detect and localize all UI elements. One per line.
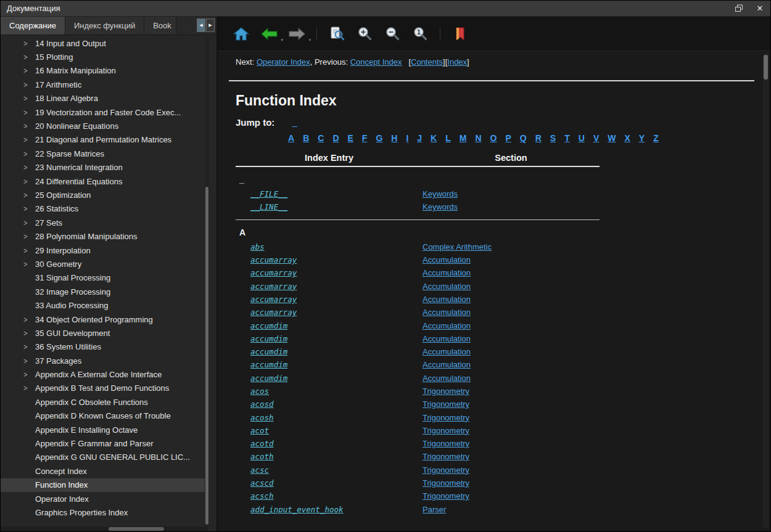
chevron-right-icon[interactable]: > (23, 39, 35, 47)
jump-letter-S[interactable]: S (550, 133, 556, 143)
jump-letter-M[interactable]: M (460, 133, 467, 143)
jump-letter-Q[interactable]: Q (520, 133, 527, 143)
section-link[interactable]: Accumulation (423, 374, 471, 383)
function-link[interactable]: acscd (250, 478, 274, 488)
tree-item[interactable]: >36 System Utilities (1, 340, 205, 354)
chevron-right-icon[interactable]: > (23, 247, 35, 255)
section-link[interactable]: Accumulation (423, 334, 471, 343)
document-vertical-scrollbar-thumb[interactable] (764, 55, 768, 80)
chevron-right-icon[interactable]: > (23, 205, 35, 213)
chevron-right-icon[interactable]: > (23, 163, 35, 171)
chevron-right-icon[interactable]: > (23, 136, 35, 144)
jump-letter-I[interactable]: I (406, 133, 408, 143)
chevron-right-icon[interactable]: > (23, 178, 35, 186)
section-link[interactable]: Trigonometry (423, 426, 469, 435)
tree-item[interactable]: >Appendix A External Code Interface (1, 367, 205, 381)
function-link[interactable]: accumdim (250, 347, 287, 356)
index-link[interactable]: Index (447, 57, 467, 67)
back-dropdown-icon[interactable]: ▾ (281, 38, 283, 43)
section-link[interactable]: Accumulation (423, 282, 471, 291)
restore-button[interactable] (728, 1, 749, 16)
chevron-right-icon[interactable]: > (23, 385, 35, 393)
chevron-right-icon[interactable]: > (23, 370, 35, 379)
chevron-right-icon[interactable]: > (23, 329, 35, 337)
tree-item[interactable]: >22 Sparse Matrices (1, 147, 205, 160)
tree-item[interactable]: 31 Signal Processing (1, 271, 205, 285)
tree-item[interactable]: Graphics Properties Index (1, 505, 205, 519)
chevron-right-icon[interactable]: > (23, 232, 35, 240)
jump-letter-X[interactable]: X (624, 133, 630, 143)
jump-letter-B[interactable]: B (303, 133, 309, 143)
bookmark-button[interactable] (450, 23, 470, 44)
tree-item[interactable]: Appendix D Known Causes of Trouble (1, 409, 205, 423)
tree-item[interactable]: >30 Geometry (1, 257, 205, 271)
function-link[interactable]: accumdim (250, 334, 287, 343)
tree-item[interactable]: Appendix F Grammar and Parser (1, 436, 205, 450)
tree-item[interactable]: >35 GUI Development (1, 326, 205, 340)
section-link[interactable]: Trigonometry (423, 413, 469, 422)
jump-letter-H[interactable]: H (391, 133, 397, 143)
function-link[interactable]: accumdim (250, 360, 287, 369)
tree-item[interactable]: Function Index (1, 478, 205, 492)
section-link[interactable]: Trigonometry (423, 439, 469, 448)
jump-letter-W[interactable]: W (608, 133, 616, 143)
jump-letter-V[interactable]: V (593, 133, 599, 143)
jump-letter-U[interactable]: U (579, 133, 585, 143)
section-link[interactable]: Accumulation (423, 347, 471, 356)
tree-item[interactable]: Appendix G GNU GENERAL PUBLIC LIC... (1, 451, 205, 464)
zoom-original-button[interactable]: 1 (410, 23, 430, 44)
sidebar-horizontal-scrollbar[interactable] (1, 526, 208, 531)
chevron-right-icon[interactable]: > (23, 191, 35, 199)
jump-letter-K[interactable]: K (431, 133, 437, 143)
section-link[interactable]: Trigonometry (423, 465, 469, 475)
function-link[interactable]: acosd (250, 399, 274, 409)
sidebar-vertical-scrollbar-thumb[interactable] (205, 187, 208, 525)
function-link[interactable]: accumarray (250, 255, 297, 264)
function-link[interactable]: acoth (250, 452, 274, 461)
function-link[interactable]: abs (250, 242, 265, 252)
function-link[interactable]: acosh (250, 413, 274, 422)
jump-letter-A[interactable]: A (288, 133, 294, 143)
chevron-right-icon[interactable]: > (23, 316, 35, 324)
tree-item[interactable]: >29 Interpolation (1, 243, 205, 257)
tab-function-index[interactable]: Индекс функций (65, 17, 144, 35)
contents-link[interactable]: Contents (411, 57, 443, 67)
tree-item[interactable]: >28 Polynomial Manipulations (1, 229, 205, 243)
tree-item[interactable]: 32 Image Processing (1, 285, 205, 298)
tree-item[interactable]: Operator Index (1, 492, 205, 505)
tree-item[interactable]: >14 Input and Output (1, 36, 205, 50)
function-link[interactable]: acsc (250, 465, 269, 475)
function-link[interactable]: accumarray (250, 282, 297, 291)
section-link[interactable]: Accumulation (423, 295, 471, 304)
function-link[interactable]: accumarray (250, 308, 297, 317)
function-link[interactable]: acos (250, 387, 269, 396)
tree-item[interactable]: >15 Plotting (1, 50, 205, 63)
jump-letter-C[interactable]: C (318, 133, 324, 143)
chevron-right-icon[interactable]: > (23, 219, 35, 227)
jump-letter-L[interactable]: L (445, 133, 451, 143)
find-button[interactable] (327, 23, 347, 44)
function-link[interactable]: accumarray (250, 295, 297, 304)
tree-item[interactable]: >27 Sets (1, 216, 205, 229)
function-link[interactable]: accumarray (250, 268, 297, 277)
chevron-right-icon[interactable]: > (23, 53, 35, 61)
section-link[interactable]: Accumulation (423, 308, 471, 317)
section-link[interactable]: Trigonometry (423, 478, 469, 488)
tree-item[interactable]: >20 Nonlinear Equations (1, 119, 205, 133)
tree-item[interactable]: >18 Linear Algebra (1, 92, 205, 105)
function-link[interactable]: __LINE__ (250, 202, 287, 211)
jump-letter-Y[interactable]: Y (639, 133, 645, 143)
tree-item[interactable]: >23 Numerical Integration (1, 161, 205, 174)
tree-item[interactable]: >26 Statistics (1, 202, 205, 216)
chevron-right-icon[interactable]: > (23, 150, 35, 158)
jump-letter-D[interactable]: D (332, 133, 339, 143)
chevron-right-icon[interactable]: > (23, 94, 35, 102)
tree-item[interactable]: 33 Audio Processing (1, 298, 205, 312)
jump-letter-G[interactable]: G (376, 133, 382, 143)
next-link[interactable]: Operator Index (257, 57, 310, 67)
tree-item[interactable]: Appendix C Obsolete Functions (1, 395, 205, 409)
jump-letter-N[interactable]: N (475, 133, 481, 143)
forward-button[interactable]: ▾ (287, 23, 307, 44)
jump-letter-T[interactable]: T (564, 133, 570, 143)
section-link[interactable]: Trigonometry (423, 399, 469, 409)
